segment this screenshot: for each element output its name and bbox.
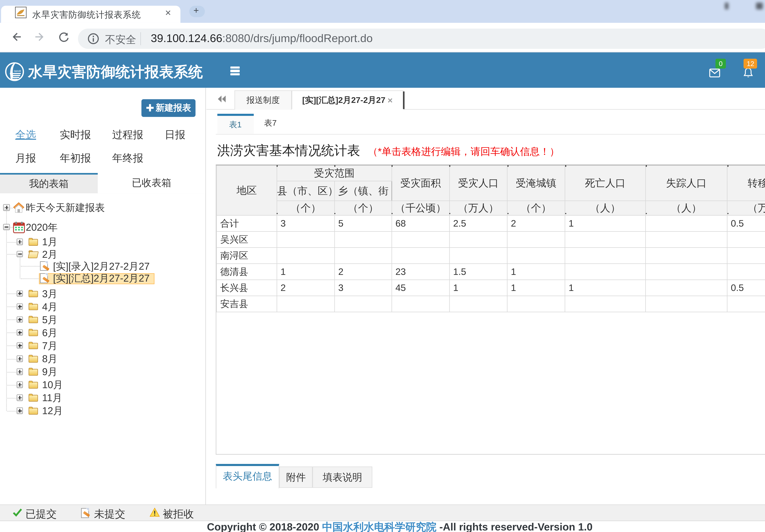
svg-text:IWHR: IWHR [14, 70, 21, 73]
